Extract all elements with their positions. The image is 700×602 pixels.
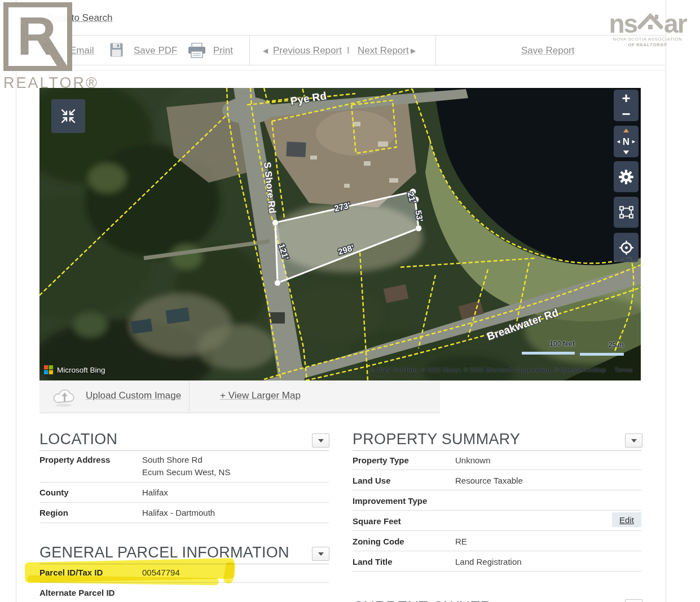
house-icon [637,11,663,35]
alternate-parcel-id-label: Alternate Parcel ID [39,588,115,597]
property-type-label: Property Type [353,455,409,465]
zoom-control[interactable]: + − [614,90,639,121]
zoning-code-value: RE [455,537,467,546]
nsar-ns-text: ns [609,12,637,35]
next-report-button[interactable]: Next Report [358,45,409,56]
land-title-label: Land Title [353,557,393,566]
square-feet-label: Square Feet [353,516,401,526]
row-divider [353,530,641,531]
location-title-underline [39,450,329,451]
collapse-arrows-icon [59,107,77,125]
save-pdf-button[interactable]: Save PDF [134,45,177,56]
location-row-value: South Shore Rd [142,455,202,464]
chevron-down-icon [318,552,324,556]
locate-button[interactable] [614,233,639,262]
row-divider [353,551,641,551]
property-type-value: Unknown [455,455,491,465]
toolbar-divider [249,36,250,65]
print-icon [188,43,206,58]
report-nav-separator: I [347,45,350,56]
print-button[interactable]: Print [213,45,233,56]
bing-logo: Microsoft Bing [44,365,105,374]
rectangle-select-icon [619,205,634,219]
row-divider [353,490,641,490]
save-icon [110,43,123,57]
land-use-label: Land Use [353,476,391,485]
compass-up-icon [623,129,629,132]
chevron-down-icon [631,439,637,442]
content-top-divider [16,70,665,70]
map-actions-bar: Upload Custom Image + View Larger Map [39,380,440,413]
zoom-out-button[interactable]: − [622,109,630,119]
land-title-value: Land Registration [455,557,522,566]
toolbar-divider-bottom [16,65,665,65]
location-row-value-2: Ecum Secum West, NS [142,467,230,477]
locate-crosshair-icon [619,240,634,255]
collapse-map-button[interactable] [51,99,85,133]
terms-link[interactable]: Terms [614,366,632,373]
row-divider [39,502,329,503]
scale-feet-bar [522,352,575,355]
location-section-title: LOCATION [39,431,117,448]
gear-icon [618,169,634,185]
general-parcel-section-title: GENERAL PARCEL INFORMATION [39,544,289,561]
bing-label: Microsoft Bing [57,366,105,374]
region-row-value: Halifax - Dartmouth [142,508,215,517]
view-larger-map-button[interactable]: + View Larger Map [220,390,301,401]
property-summary-section-title: PROPERTY SUMMARY [353,431,520,448]
previous-report-button[interactable]: Previous Report [273,45,342,56]
compass-right-icon: ► [631,139,636,144]
save-report-button[interactable]: Save Report [521,45,575,56]
owner-collapse-button[interactable] [625,599,642,602]
zoom-in-button[interactable]: + [622,92,630,104]
satellite-map[interactable]: 273' 21' 53' 298' 121' Pye Rd S Shore Rd… [39,88,641,380]
realtor-wordmark: REALTOR® [3,74,99,92]
nsar-logo: ns ar NOVA SCOTIA ASSOCIATION OF REALTOR… [601,11,694,48]
summary-collapse-button[interactable] [625,433,642,448]
realtor-r-logo: R [3,2,72,71]
previous-arrow-icon: ◀ [263,47,268,55]
county-row-value: Halifax [142,488,168,497]
compass-control[interactable]: N ◄ ► [614,126,639,157]
attribution-text: © 2025 TomTom, © 2025 Maxar, © 2025 Micr… [370,366,606,373]
scale-metric-label: 25 m [580,341,624,349]
current-owner-section-title: CURRENT OWNER [353,599,491,602]
improvement-type-label: Improvement Type [353,496,427,506]
row-divider [353,571,641,572]
nsar-subtitle-2: OF REALTORS® [628,42,667,48]
svg-text:R: R [17,7,56,66]
select-area-button[interactable] [614,197,639,228]
compass-left-icon: ◄ [616,139,621,144]
row-divider [353,470,641,470]
location-collapse-button[interactable] [312,433,329,448]
compass-n-label: N [623,136,629,148]
toolbar: Email Save PDF Print ◀ Previous Report I… [16,36,665,65]
scale-metric-bar [580,353,624,356]
land-use-value: Resource Taxable [455,476,523,485]
nsar-subtitle-1: NOVA SCOTIA ASSOCIATION [613,37,683,42]
zoning-code-label: Zoning Code [353,537,404,546]
edit-square-feet-button[interactable]: Edit [612,512,641,527]
county-row-label: County [39,488,69,497]
nsar-ar-text: ar [664,12,686,35]
compass-down-icon [623,150,629,154]
upload-cloud-icon [52,387,79,408]
chevron-down-icon [318,439,324,442]
row-divider [353,510,641,511]
location-row-label: Property Address [39,455,110,464]
scale-feet-label: 100 feet [522,340,575,348]
row-divider [39,523,329,523]
region-row-label: Region [39,508,68,517]
microsoft-logo-icon [44,365,53,374]
summary-title-underline [353,450,641,451]
map-settings-button[interactable] [614,161,639,192]
row-divider [39,482,329,483]
actions-divider [189,380,190,413]
toolbar-divider-2 [435,36,436,65]
map-attribution: © 2025 TomTom, © 2025 Maxar, © 2025 Micr… [370,366,633,373]
next-arrow-icon: ▶ [411,47,416,55]
measurement-53: 53' [413,210,425,223]
upload-custom-image-button[interactable]: Upload Custom Image [86,390,181,401]
parcel-collapse-button[interactable] [312,547,329,561]
realtor-watermark-logo: R REALTOR® [3,2,99,92]
